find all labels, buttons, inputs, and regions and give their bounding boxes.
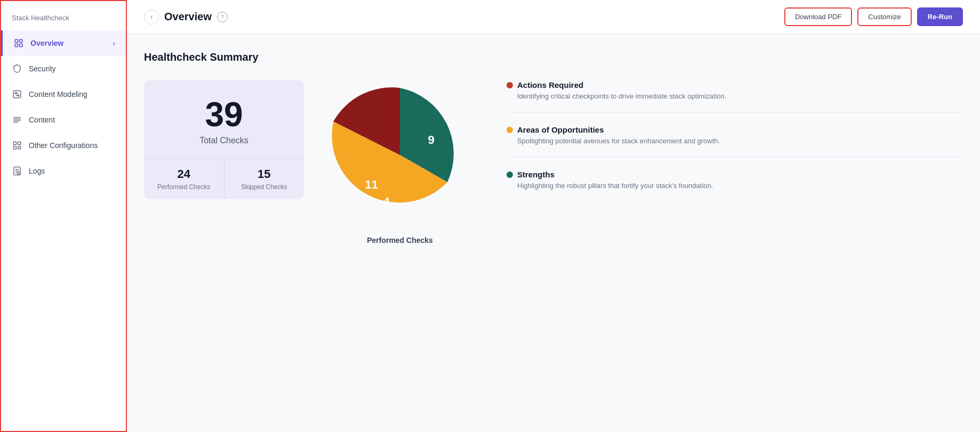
legend: Actions Required Identifying critical ch… (496, 80, 963, 202)
sidebar-item-security[interactable]: Security (1, 56, 126, 81)
page-content: Healthcheck Summary 39 Total Checks 24 P… (127, 34, 980, 432)
legend-title-opportunities: Areas of Opportunities (517, 125, 604, 134)
sidebar-item-other-configurations[interactable]: Other Configurations (1, 133, 126, 158)
svg-rect-2 (15, 44, 18, 47)
overview-icon (13, 38, 24, 48)
header-left: ‹ Overview ? (144, 10, 228, 25)
sidebar: Stack Healthcheck Overview › Security (0, 0, 127, 432)
logs-icon (12, 166, 22, 176)
svg-line-20 (20, 174, 20, 175)
sidebar-item-overview[interactable]: Overview › (1, 30, 126, 56)
content-modeling-icon (12, 89, 22, 100)
svg-rect-13 (13, 146, 16, 149)
performed-checks-label: Performed Checks (150, 183, 218, 191)
skipped-checks-number: 15 (231, 167, 298, 181)
svg-rect-4 (13, 91, 21, 98)
svg-rect-3 (20, 44, 22, 47)
legend-header-opportunities: Areas of Opportunities (507, 125, 963, 134)
svg-text:4: 4 (383, 195, 390, 208)
content-icon (12, 115, 22, 125)
collapse-sidebar-button[interactable]: ‹ (144, 10, 159, 25)
sidebar-label-content-modeling: Content Modeling (29, 90, 87, 99)
chart-section: 9 11 4 Performed Checks (325, 80, 475, 244)
sidebar-label-logs: Logs (29, 167, 45, 175)
chevron-right-icon: › (113, 39, 115, 47)
sidebar-label-overview: Overview (30, 39, 63, 47)
total-checks-label: Total Checks (155, 136, 293, 145)
svg-rect-12 (18, 142, 21, 144)
legend-item-actions-required: Actions Required Identifying critical ch… (507, 80, 963, 112)
legend-desc-actions: Identifying critical checkpoints to driv… (507, 92, 963, 101)
stats-sub: 24 Performed Checks 15 Skipped Checks (144, 158, 304, 199)
legend-dot-opportunities (507, 127, 513, 133)
legend-dot-strengths (507, 172, 513, 178)
legend-desc-opportunities: Spotlighting potential avenues for stack… (507, 136, 963, 146)
download-pdf-button[interactable]: Download PDF (784, 7, 852, 26)
skipped-checks-item: 15 Skipped Checks (224, 159, 304, 199)
chart-label: Performed Checks (367, 236, 433, 244)
legend-item-opportunities: Areas of Opportunities Spotlighting pote… (507, 125, 963, 157)
performed-checks-item: 24 Performed Checks (144, 159, 224, 199)
sidebar-label-content: Content (29, 116, 55, 124)
svg-text:9: 9 (428, 133, 435, 146)
help-icon[interactable]: ? (217, 12, 228, 22)
page-title: Overview (164, 11, 212, 23)
page-header: ‹ Overview ? Download PDF Customize Re-R… (127, 0, 980, 34)
legend-header-strengths: Strengths (507, 170, 963, 179)
sidebar-item-content[interactable]: Content (1, 107, 126, 133)
svg-point-14 (18, 146, 21, 149)
legend-title-strengths: Strengths (517, 170, 555, 179)
legend-desc-strengths: Highlighting the robust pillars that for… (507, 181, 963, 191)
security-icon (12, 63, 22, 74)
rerun-button[interactable]: Re-Run (917, 7, 963, 26)
legend-item-strengths: Strengths Highlighting the robust pillar… (507, 170, 963, 201)
svg-text:11: 11 (365, 178, 378, 191)
dashboard-grid: 39 Total Checks 24 Performed Checks 15 S… (144, 80, 963, 244)
legend-title-actions: Actions Required (517, 80, 583, 89)
header-actions: Download PDF Customize Re-Run (784, 7, 963, 26)
sidebar-item-content-modeling[interactable]: Content Modeling (1, 81, 126, 107)
stats-card: 39 Total Checks 24 Performed Checks 15 S… (144, 80, 304, 199)
other-configurations-icon (12, 140, 22, 151)
stats-main: 39 Total Checks (144, 80, 304, 158)
section-title: Healthcheck Summary (144, 51, 963, 63)
customize-button[interactable]: Customize (857, 7, 911, 26)
svg-rect-1 (20, 39, 22, 42)
sidebar-label-other-configurations: Other Configurations (29, 141, 98, 150)
svg-rect-0 (15, 39, 18, 42)
total-checks-number: 39 (155, 97, 293, 132)
main-content: ‹ Overview ? Download PDF Customize Re-R… (127, 0, 980, 432)
skipped-checks-label: Skipped Checks (231, 183, 298, 191)
svg-rect-11 (13, 142, 16, 144)
pie-chart: 9 11 4 (325, 80, 475, 230)
sidebar-label-security: Security (29, 64, 56, 73)
sidebar-item-logs[interactable]: Logs (1, 158, 126, 184)
performed-checks-number: 24 (150, 167, 218, 181)
legend-dot-actions (507, 82, 513, 88)
legend-header-actions: Actions Required (507, 80, 963, 89)
app-title: Stack Healthcheck (1, 10, 126, 30)
